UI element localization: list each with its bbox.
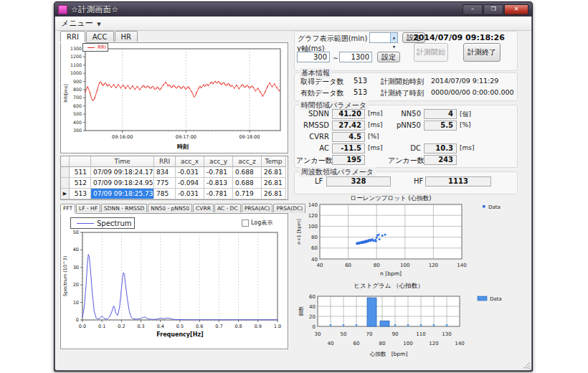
table-row[interactable]: ▶51307/09 09:18:25.738785-0.031-0.7810.7…	[61, 189, 288, 199]
svg-text:20: 20	[309, 314, 316, 320]
svg-text:60: 60	[345, 263, 351, 268]
resize-grip[interactable]	[523, 362, 530, 369]
svg-text:n+1 [bpm]: n+1 [bpm]	[296, 219, 302, 244]
param-unit: [%]	[368, 133, 379, 140]
table-cell[interactable]: 0.688	[233, 178, 262, 189]
svg-text:120: 120	[308, 213, 318, 219]
param-label-rmssd: RMSSD	[296, 121, 329, 129]
tab-acc[interactable]: ACC	[86, 31, 114, 42]
svg-text:40: 40	[309, 304, 316, 310]
spectrum-legend: Spectrum	[70, 217, 135, 229]
svg-text:120: 120	[429, 341, 438, 346]
freq-domain-title: 周波数領域パラメータ	[299, 167, 376, 177]
svg-text:60: 60	[311, 245, 318, 251]
param-unit: [ms]	[368, 144, 382, 151]
lf-value: 328	[326, 176, 391, 186]
svg-text:0: 0	[76, 317, 79, 323]
svg-text:0.9: 0.9	[255, 324, 262, 329]
param-label-dc: DC	[388, 144, 421, 152]
svg-text:300: 300	[73, 128, 82, 133]
table-cell[interactable]: 07/09 09:18:24.953	[91, 178, 154, 189]
set-yaxis-button[interactable]: 設定	[377, 52, 400, 62]
checkbox-icon	[242, 219, 249, 227]
svg-text:0.0: 0.0	[79, 324, 86, 329]
table-header-acc_x[interactable]: acc_x	[176, 156, 204, 167]
app-window: ☆計測画面☆ – ❒ ✕ メニュー ▼ RRIACCHR RRI 3004005…	[54, 1, 533, 372]
svg-text:60: 60	[309, 294, 316, 300]
tab-ac-dc[interactable]: AC・DC	[214, 204, 241, 213]
graph-range-input[interactable]: ▲▼	[369, 32, 398, 43]
y-min-input[interactable]: 300	[297, 52, 330, 62]
table-header-acc_z[interactable]: acc_z	[233, 156, 262, 167]
tab-rri[interactable]: RRI	[60, 31, 85, 42]
tab-hr[interactable]: HR	[115, 31, 138, 42]
app-icon	[58, 5, 67, 14]
table-header-acc_y[interactable]: acc_y	[204, 156, 233, 167]
table-cell[interactable]: 0.688	[233, 167, 262, 178]
table-row[interactable]: 51107/09 09:18:24.178834-0.031-0.7810.68…	[61, 167, 288, 178]
table-cell[interactable]: 834	[154, 167, 176, 178]
rri-legend-label: RRI	[98, 44, 106, 50]
spinner-up-down-icon[interactable]: ▲▼	[390, 33, 397, 42]
table-row[interactable]: 51207/09 09:18:24.953775-0.094-0.8130.68…	[61, 178, 288, 189]
svg-text:140: 140	[455, 341, 464, 346]
table-cell[interactable]: -0.781	[204, 167, 233, 178]
svg-text:ローレンツプロット (心拍数): ローレンツプロット (心拍数)	[351, 194, 432, 202]
close-button[interactable]: ✕	[504, 4, 528, 15]
row-number[interactable]: 512	[70, 178, 91, 189]
svg-text:80: 80	[374, 263, 380, 268]
rri-chart: 300400500600700800900100011001200130009:…	[61, 43, 286, 151]
minimize-button[interactable]: –	[463, 4, 483, 15]
row-number[interactable]: 513	[70, 189, 91, 199]
svg-text:Spectrum (10^3): Spectrum (10^3)	[62, 256, 68, 297]
maximize-button[interactable]: ❒	[483, 4, 503, 15]
svg-text:0.2: 0.2	[118, 324, 125, 329]
table-cell[interactable]: 07/09 09:18:24.178	[91, 167, 154, 178]
acquired-count-value: 513	[354, 77, 367, 85]
tab-prsa-ac-[interactable]: PRSA(AC)	[242, 204, 273, 213]
tab-cvrr[interactable]: CVRR	[193, 204, 214, 213]
svg-text:20: 20	[73, 282, 79, 288]
table-cell[interactable]: 785	[154, 189, 176, 199]
table-cell[interactable]: 0.719	[233, 189, 262, 199]
menu-item-menu[interactable]: メニュー ▼	[55, 16, 107, 30]
tab-fft[interactable]: FFT	[60, 204, 75, 213]
svg-text:0.8: 0.8	[234, 324, 242, 329]
svg-text:140: 140	[457, 263, 466, 268]
svg-text:600: 600	[73, 103, 82, 108]
table-cell[interactable]: -0.094	[176, 178, 204, 189]
tab-nn50-pnn50[interactable]: NN50・pNN50	[148, 204, 192, 213]
valid-count-label: 有効データ数	[300, 88, 343, 98]
titlebar[interactable]: ☆計測画面☆ – ❒ ✕	[54, 2, 532, 16]
table-cell[interactable]: -0.031	[176, 167, 204, 178]
measure-start-button[interactable]: 計測開始	[414, 43, 448, 62]
table-cell[interactable]: -0.781	[204, 189, 233, 199]
table-cell[interactable]: 26.81	[262, 178, 286, 189]
svg-text:50: 50	[73, 230, 79, 235]
log-display-checkbox[interactable]: Log表示	[242, 219, 272, 227]
svg-text:400: 400	[73, 120, 82, 125]
table-cell[interactable]: -0.813	[204, 178, 233, 189]
param-value-cvrr: 4.5	[332, 132, 365, 142]
table-cell[interactable]: 07/09 09:18:25.738	[91, 189, 154, 199]
measure-stop-button[interactable]: 計測終了	[463, 43, 501, 62]
tab-lf-hf[interactable]: LF・HF	[76, 204, 100, 213]
tab-sdnn-rmssd[interactable]: SDNN・RMSSD	[101, 204, 147, 213]
table-cell[interactable]: 26.81	[262, 167, 286, 178]
table-cell[interactable]: -0.031	[176, 189, 204, 199]
svg-text:0.3: 0.3	[137, 324, 144, 329]
table-header-rri[interactable]: RRI	[154, 156, 176, 167]
table-cell[interactable]: 26.81	[262, 189, 286, 199]
table-cell[interactable]: 775	[154, 178, 176, 189]
svg-text:90: 90	[392, 331, 399, 337]
row-number[interactable]: 511	[70, 167, 91, 178]
svg-text:100: 100	[403, 341, 412, 346]
lf-label: LF	[315, 177, 323, 185]
y-max-input[interactable]: 1300	[339, 52, 372, 62]
table-header-temp[interactable]: Temp	[262, 156, 286, 167]
tilde-label: ～	[332, 53, 339, 63]
param-value-ac: -11.5	[332, 143, 365, 154]
svg-text:n [bpm]: n [bpm]	[380, 270, 402, 277]
table-header-time[interactable]: Time	[91, 156, 154, 167]
param-value-nn50: 4	[424, 109, 457, 119]
